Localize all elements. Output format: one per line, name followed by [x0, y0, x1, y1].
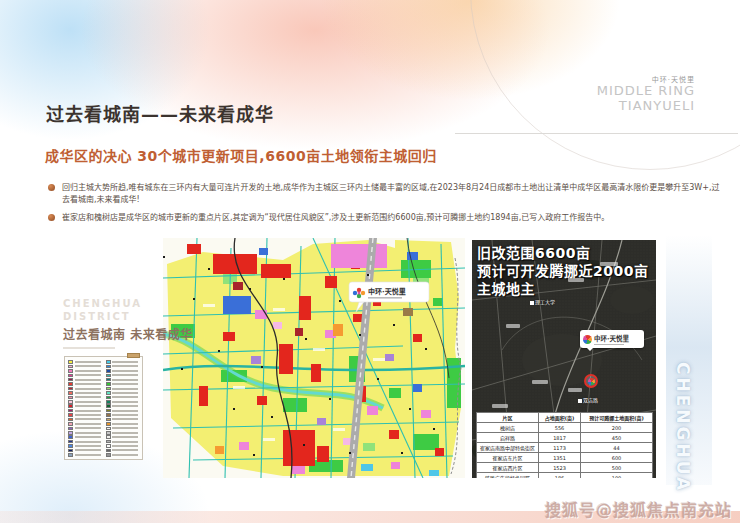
brand-logo: 中环·天悦里 MIDDLE RING TIANYUELI	[597, 76, 695, 114]
legend-color-chip	[68, 387, 73, 391]
legend-row	[106, 387, 141, 391]
zoning-map-graphic: 中环·天悦里	[163, 238, 465, 478]
district-watermark-text: CHENGHUA DISTRICT	[63, 298, 142, 323]
label-marker-icon	[530, 301, 534, 305]
legend-color-chip	[106, 435, 111, 439]
legend-row	[106, 435, 141, 439]
table-cell: 450	[581, 433, 653, 443]
satellite-callout: 中环·天悦里	[580, 330, 644, 348]
legend-color-chip	[106, 413, 111, 417]
table-header-row: 片区占地面积(亩)预计可腾挪土地面积(亩)	[477, 413, 653, 423]
legend-row	[106, 409, 141, 413]
legend-label-bar	[112, 374, 138, 376]
legend-color-chip	[68, 360, 73, 364]
brand-name-en1: MIDDLE RING	[597, 84, 695, 99]
legend-label-bar	[112, 423, 138, 425]
district-line2: DISTRICT	[63, 311, 142, 324]
legend-color-chip	[106, 444, 111, 448]
legend-color-chip	[106, 400, 111, 404]
project-location-marker	[584, 374, 598, 388]
legend-color-chip	[68, 396, 73, 400]
subtitle: 成华区的决心 30个城市更新项目,6600亩土地领衔主城回归	[45, 145, 437, 165]
legend-color-chip	[106, 453, 111, 457]
table-cell: 186	[539, 473, 581, 479]
legend-row	[106, 444, 141, 448]
legend-color-chip	[106, 396, 111, 400]
legend-row	[68, 431, 103, 435]
legend-color-chip	[68, 427, 73, 431]
table-row: 崔家店南路中部特色街区117344	[477, 443, 653, 453]
legend-row	[68, 391, 103, 395]
legend-label-bar	[112, 441, 138, 443]
legend-color-chip	[106, 391, 111, 395]
table-cell: 崔家店东片区	[477, 453, 539, 463]
legend-label-bar	[112, 379, 138, 381]
map-label-chip	[600, 262, 618, 266]
legend-label-bar	[112, 388, 138, 390]
legend-row	[106, 413, 141, 417]
legend-label-bar	[75, 392, 101, 394]
legend-label-bar	[112, 449, 138, 451]
watermark-text: 搜狐号@搜狐焦点南充站	[545, 497, 732, 521]
legend-label-bar	[75, 423, 101, 425]
map-label: 双店路	[578, 396, 598, 403]
legend-color-chip	[68, 422, 73, 426]
legend-row	[106, 395, 141, 399]
legend-label-bar	[75, 449, 101, 451]
satellite-callout-label: 中环·天悦里	[594, 333, 629, 343]
legend-color-chip	[106, 365, 111, 369]
legend-label-bar	[75, 405, 101, 407]
map-label-chip	[568, 388, 582, 392]
headline-line2: 预计可开发腾挪近2000亩	[477, 262, 648, 280]
legend-color-chip	[106, 382, 111, 386]
legend-color-chip	[106, 409, 111, 413]
page-title: 过去看城南——未来看成华	[46, 100, 274, 126]
legend-row	[106, 417, 141, 421]
legend-row	[106, 440, 141, 444]
side-vertical-label: CHENGHUA	[673, 362, 693, 493]
pinwheel-logo-icon	[588, 378, 595, 385]
legend-color-chip	[106, 431, 111, 435]
headline-line1: 旧改范围6600亩	[477, 244, 648, 262]
legend-color-chip	[106, 422, 111, 426]
legend-color-chip	[68, 418, 73, 422]
table-row: 崔家店西片区1523500	[477, 463, 653, 473]
renewal-table: 片区占地面积(亩)预计可腾挪土地面积(亩)槐树店556200启祥路1817450…	[476, 412, 653, 478]
brand-name-en2: TIANYUELI	[597, 99, 695, 114]
bg-pink-blob	[80, 0, 550, 150]
satellite-panel: 旧改范围6600亩 预计可开发腾挪近2000亩 主城地主 理工大学 双店路 中环…	[472, 240, 656, 478]
bullet-item: 崔家店和槐树店是成华区的城市更新的重点片区,其定调为“现代居住风貌区”,涉及土更…	[48, 212, 726, 224]
table-cell: 崔家店西片区	[477, 463, 539, 473]
legend-row	[68, 426, 103, 430]
legend-label-bar	[75, 445, 101, 447]
legend-label-bar	[112, 396, 138, 398]
legend-label-bar	[75, 374, 101, 376]
legend-label-bar	[112, 405, 138, 407]
slide-page: 过去看城南——未来看成华 中环·天悦里 MIDDLE RING TIANYUEL…	[0, 0, 740, 523]
legend-label-bar	[112, 445, 138, 447]
legend-row	[106, 431, 141, 435]
pinwheel-logo-icon	[583, 335, 592, 344]
legend-color-chip	[68, 369, 73, 373]
legend-label-bar	[75, 379, 101, 381]
legend-color-chip	[106, 418, 111, 422]
legend-row	[68, 382, 103, 386]
legend-label-bar	[75, 436, 101, 438]
headline-line3: 主城地主	[477, 280, 648, 298]
legend-row	[106, 404, 141, 408]
table-row: 铁路广告段特色园区186100	[477, 473, 653, 479]
legend-color-chip	[68, 374, 73, 378]
legend-row	[106, 369, 141, 373]
legend-color-chip	[106, 427, 111, 431]
map-label-chip	[532, 380, 548, 384]
legend-row	[68, 435, 103, 439]
legend-color-chip	[68, 413, 73, 417]
legend-color-chip	[68, 453, 73, 457]
legend-color-chip	[68, 435, 73, 439]
legend-color-chip	[68, 391, 73, 395]
table-cell: 1351	[539, 453, 581, 463]
legend-label-bar	[75, 401, 101, 403]
legend-label-bar	[75, 414, 101, 416]
legend-row	[68, 378, 103, 382]
satellite-headline: 旧改范围6600亩 预计可开发腾挪近2000亩 主城地主	[477, 244, 648, 299]
